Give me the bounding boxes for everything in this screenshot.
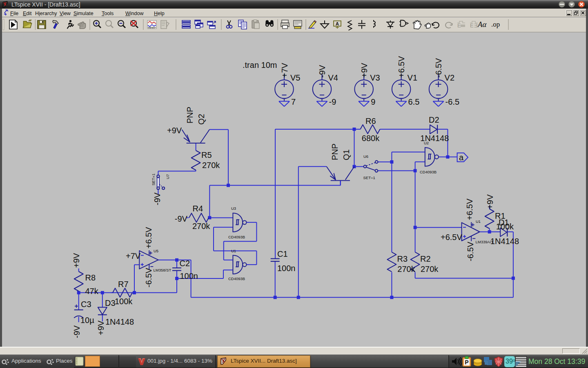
svg-text:PNP: PNP — [185, 107, 194, 123]
svg-text:V3: V3 — [370, 73, 380, 82]
svg-text:R5: R5 — [201, 150, 212, 159]
svg-text:PNP: PNP — [330, 144, 339, 160]
svg-text:270k: 270k — [192, 222, 210, 231]
svg-text:V4: V4 — [328, 73, 338, 82]
svg-text:270k: 270k — [397, 265, 415, 274]
svg-text:C2: C2 — [180, 259, 190, 268]
svg-text:D3: D3 — [105, 298, 116, 307]
svg-text:6.5: 6.5 — [408, 97, 420, 106]
svg-text:D1: D1 — [499, 218, 509, 227]
svg-text:+6.5V: +6.5V — [144, 227, 153, 249]
svg-text:47k: 47k — [85, 287, 99, 296]
svg-text:R3: R3 — [397, 254, 408, 263]
svg-text:P: P — [465, 359, 468, 366]
svg-text:a: a — [459, 153, 464, 162]
svg-text:U1: U1 — [231, 249, 236, 253]
svg-text:-9V: -9V — [318, 65, 327, 78]
svg-text:100k: 100k — [115, 297, 133, 306]
svg-text:-9V: -9V — [72, 325, 81, 338]
svg-text:CD4093B: CD4093B — [228, 276, 245, 281]
svg-text:+9V: +9V — [486, 194, 494, 209]
svg-text:CD4093B: CD4093B — [420, 170, 437, 174]
svg-text:C1: C1 — [277, 249, 288, 258]
svg-text:Q1: Q1 — [342, 149, 351, 160]
svg-text:+7V: +7V — [126, 251, 141, 260]
svg-text:Q2: Q2 — [197, 114, 206, 125]
svg-text:U5: U5 — [154, 249, 158, 253]
svg-text:+6.5V: +6.5V — [441, 233, 462, 242]
svg-text:+9V: +9V — [167, 126, 182, 135]
svg-text:+7V: +7V — [280, 63, 289, 78]
svg-text:-6.5V: -6.5V — [434, 58, 443, 78]
svg-text:LM358/ST: LM358/ST — [154, 268, 172, 272]
svg-text:270k: 270k — [421, 265, 439, 274]
svg-text:U1: U1 — [476, 219, 481, 224]
svg-text:+9V: +9V — [96, 320, 105, 335]
svg-text:+9V: +9V — [72, 253, 81, 268]
svg-text:10µ: 10µ — [80, 316, 94, 325]
svg-text:V1: V1 — [408, 73, 417, 82]
svg-text:V2: V2 — [445, 73, 454, 82]
svg-text:U3: U3 — [231, 206, 236, 211]
svg-text:R7: R7 — [118, 280, 129, 289]
svg-text:U7: U7 — [165, 174, 170, 179]
svg-text:7: 7 — [291, 97, 296, 106]
svg-text:-6.5V: -6.5V — [466, 242, 475, 261]
svg-text:V5: V5 — [290, 73, 300, 82]
svg-text:-6.5V: -6.5V — [144, 268, 153, 287]
svg-text:+9V: +9V — [360, 63, 369, 78]
svg-text:+6.5V: +6.5V — [397, 56, 406, 78]
svg-text:R8: R8 — [85, 273, 96, 282]
svg-text:9: 9 — [371, 97, 375, 106]
svg-text:SET=1: SET=1 — [363, 175, 375, 180]
svg-text:R2: R2 — [420, 254, 431, 263]
svg-text:-6.5: -6.5 — [445, 97, 459, 106]
svg-text:LM339A/T: LM339A/T — [476, 240, 494, 244]
svg-text:1N4148: 1N4148 — [490, 237, 519, 246]
svg-text:U6: U6 — [363, 154, 368, 159]
svg-text:1N4148: 1N4148 — [105, 317, 134, 326]
svg-text:R4: R4 — [193, 204, 203, 213]
svg-text:270k: 270k — [202, 161, 220, 170]
svg-text:100n: 100n — [277, 264, 296, 273]
svg-text:100n: 100n — [180, 272, 198, 280]
svg-text:+6.5V: +6.5V — [465, 198, 474, 220]
svg-text:U2: U2 — [424, 141, 429, 145]
svg-text:SET=1: SET=1 — [151, 173, 156, 185]
svg-text:CD4093B: CD4093B — [228, 235, 245, 239]
svg-text:680k: 680k — [362, 134, 380, 143]
svg-text:-9V: -9V — [153, 192, 162, 205]
svg-text:D2: D2 — [429, 115, 439, 124]
svg-text:R6: R6 — [365, 117, 376, 126]
svg-text:C3: C3 — [81, 300, 91, 309]
svg-text:-9: -9 — [329, 97, 336, 106]
svg-text:-9V: -9V — [175, 214, 188, 223]
svg-text:.tran 10m: .tran 10m — [243, 61, 277, 70]
